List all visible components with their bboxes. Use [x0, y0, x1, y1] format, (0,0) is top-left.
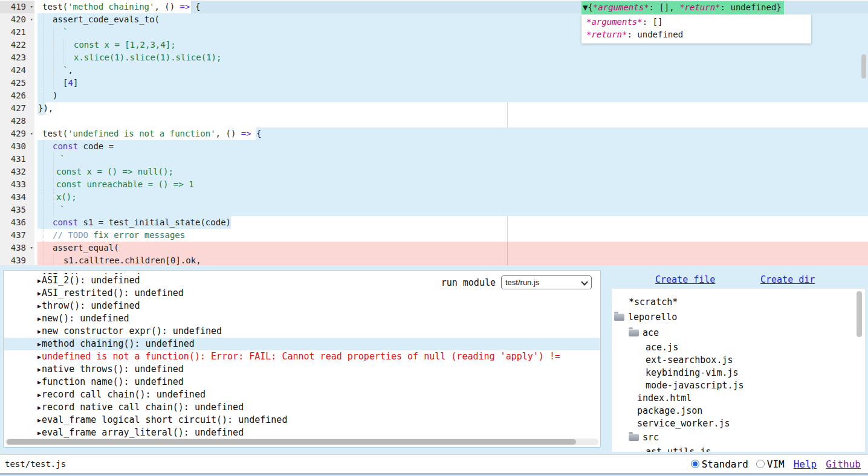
- test-result-item[interactable]: ▶undefined is not a function(): Error: F…: [4, 350, 600, 363]
- code-line[interactable]: 428: [0, 115, 868, 127]
- test-result-inner: ▶new constructor expr(): undefined: [37, 326, 222, 336]
- tooltip-header[interactable]: ▼{*arguments*: [], *return*: undefined}: [581, 1, 784, 14]
- create-file-link[interactable]: Create file: [655, 274, 715, 285]
- test-result-item[interactable]: ▶new constructor expr(): undefined: [4, 325, 600, 338]
- test-result-item[interactable]: ▶record native call chain(): undefined: [4, 401, 600, 414]
- github-link[interactable]: Github: [826, 458, 861, 470]
- console-hscrollbar[interactable]: [5, 439, 598, 445]
- expand-triangle-icon[interactable]: ▶: [37, 303, 41, 309]
- test-result-item[interactable]: ▶new(): undefined: [4, 312, 600, 325]
- code-line[interactable]: x();434: [0, 191, 868, 204]
- line-number: 437: [11, 230, 26, 240]
- files-scrollbar-thumb[interactable]: [857, 291, 862, 337]
- test-result-text: ASI_2(): undefined: [42, 275, 140, 286]
- radio-icon[interactable]: [691, 460, 699, 468]
- code-line[interactable]: x.slice(1).slice(1).slice(1);423: [0, 51, 868, 64]
- create-dir-link[interactable]: Create dir: [760, 274, 815, 285]
- expand-triangle-icon[interactable]: ▶: [37, 315, 41, 322]
- tree-item-label: ace: [643, 327, 659, 338]
- tree-file[interactable]: package.json: [612, 404, 865, 417]
- tree-file[interactable]: mode-javascript.js: [612, 379, 865, 391]
- tree-file[interactable]: ext-searchbox.js: [612, 353, 865, 366]
- code-line[interactable]: `435: [0, 204, 868, 216]
- test-result-inner: ▶record call chain(): undefined: [37, 389, 206, 400]
- expand-triangle-icon[interactable]: ▶: [37, 379, 41, 385]
- tree-folder[interactable]: ace: [612, 325, 865, 341]
- test-result-item[interactable]: ▶method chaining(): undefined: [4, 338, 600, 350]
- line-number: 438: [11, 243, 26, 252]
- test-result-item[interactable]: ▶eval_frame array_literal(): undefined: [4, 426, 600, 439]
- folder-icon: [629, 434, 639, 441]
- code-token: {: [251, 129, 262, 138]
- print-margin-segment: [507, 102, 508, 127]
- code-text: x.slice(1).slice(1).slice(1);: [34, 51, 868, 64]
- tree-file[interactable]: ast_utils.js: [612, 445, 865, 452]
- expand-triangle-icon[interactable]: ▶: [37, 366, 41, 373]
- tree-file[interactable]: keybinding-vim.js: [612, 366, 865, 379]
- expand-triangle-icon[interactable]: ▶: [37, 341, 41, 347]
- tooltip-row[interactable]: *return*: undefined: [586, 28, 808, 41]
- keybinding-radio-standard[interactable]: Standard: [691, 458, 748, 470]
- line-number: 419: [11, 2, 26, 11]
- file-tree: *scratch*leporelloaceace.jsext-searchbox…: [612, 289, 865, 452]
- code-line[interactable]: )426: [0, 89, 868, 102]
- code-line[interactable]: assert_equal(438▾: [0, 242, 868, 254]
- tree-file[interactable]: service_worker.js: [612, 417, 865, 429]
- code-editor[interactable]: test('method chaining', () => {419▾asser…: [0, 0, 868, 265]
- expand-triangle-icon[interactable]: ▶: [37, 290, 41, 297]
- line-number: 436: [11, 217, 26, 227]
- tree-folder[interactable]: src: [612, 429, 865, 445]
- test-result-text: new(): undefined: [42, 313, 129, 324]
- fold-arrow-icon[interactable]: ▾: [30, 1, 33, 13]
- code-token: s1.calltree.children[0].ok,: [63, 256, 201, 265]
- expand-triangle-icon[interactable]: ▶: [37, 353, 41, 360]
- status-bar-right: StandardVIM Help Github: [691, 458, 868, 470]
- code-line[interactable]: }),427: [0, 102, 868, 115]
- code-line[interactable]: const unreachable = () => 1433: [0, 178, 868, 191]
- tree-file[interactable]: ace.js: [612, 341, 865, 353]
- file-panel: Create file Create dir *scratch*leporell…: [612, 270, 865, 452]
- expand-triangle-icon[interactable]: ▶: [37, 391, 41, 398]
- code-line[interactable]: test('undefined is not a function', () =…: [0, 127, 868, 140]
- test-result-item[interactable]: ▶native throws(): undefined: [4, 363, 600, 376]
- run-module-label: run module: [441, 277, 496, 288]
- fold-arrow-icon[interactable]: ▾: [30, 127, 33, 140]
- expand-triangle-icon[interactable]: ▶: [37, 328, 41, 335]
- test-result-item[interactable]: ▶eval_frame logical short circuit(): und…: [4, 414, 600, 426]
- test-result-item[interactable]: ▶throw(): undefined: [4, 300, 600, 312]
- code-text: s1.calltree.children[0].ok,: [34, 254, 868, 265]
- expand-triangle-icon[interactable]: ▶: [37, 277, 41, 284]
- test-result-inner: ▶function name(): undefined: [37, 376, 184, 387]
- code-line[interactable]: [4]425: [0, 77, 868, 89]
- code-line[interactable]: s1.calltree.children[0].ok,439: [0, 254, 868, 265]
- fold-arrow-icon[interactable]: ▾: [30, 242, 33, 254]
- fold-arrow-icon[interactable]: ▾: [30, 13, 33, 26]
- run-module-select[interactable]: test/run.js: [501, 275, 592, 289]
- code-line[interactable]: `431: [0, 153, 868, 166]
- expand-triangle-icon[interactable]: ▶: [37, 417, 41, 423]
- tree-folder[interactable]: leporello: [612, 309, 865, 325]
- tree-file[interactable]: index.html: [612, 391, 865, 404]
- code-line-content: assert_equal(: [34, 242, 868, 254]
- code-line[interactable]: const code =430: [0, 140, 868, 153]
- test-result-item[interactable]: ▶record call chain(): undefined: [4, 388, 600, 401]
- help-link[interactable]: Help: [794, 458, 817, 470]
- code-token: , (): [216, 129, 241, 138]
- keybinding-radio-vim[interactable]: VIM: [756, 458, 785, 470]
- code-line[interactable]: // TODO fix error messages437: [0, 229, 868, 242]
- code-token: s1 = test_initial_state(code): [78, 217, 231, 227]
- gutter-cell: 429▾: [0, 127, 34, 140]
- code-token: ▼{: [583, 2, 593, 12]
- code-line[interactable]: `,424: [0, 64, 868, 77]
- expand-triangle-icon[interactable]: ▶: [37, 429, 41, 436]
- editor-scrollbar-thumb[interactable]: [861, 54, 866, 79]
- radio-icon[interactable]: [756, 460, 765, 468]
- code-line[interactable]: const s1 = test_initial_state(code)436: [0, 216, 868, 229]
- console-hscrollbar-thumb[interactable]: [7, 439, 576, 445]
- tree-file[interactable]: *scratch*: [612, 295, 865, 309]
- expand-triangle-icon[interactable]: ▶: [37, 404, 41, 411]
- code-line-content: // TODO fix error messages: [34, 229, 868, 242]
- test-result-item[interactable]: ▶function name(): undefined: [4, 376, 600, 388]
- code-line[interactable]: const x = () => null();432: [0, 166, 868, 178]
- tooltip-row[interactable]: *arguments*: []: [586, 16, 808, 28]
